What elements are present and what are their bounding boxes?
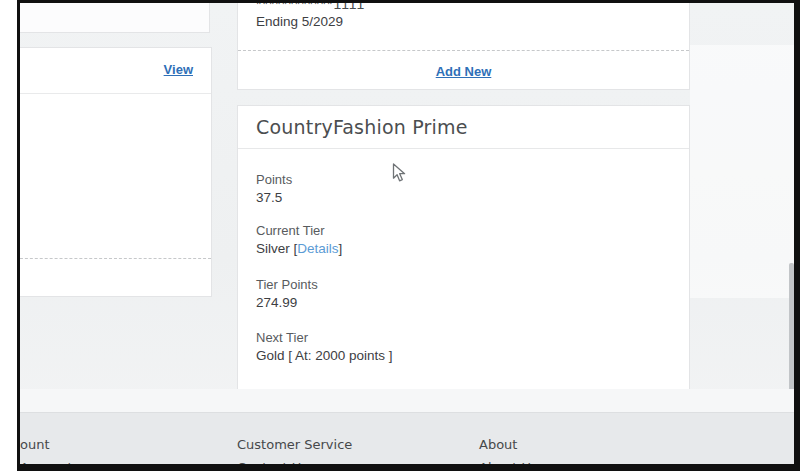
tier-points-value: 274.99 — [256, 294, 297, 311]
card-number-masked: ************1111 — [256, 3, 365, 13]
loyalty-card-header: CountryFashion Prime — [238, 106, 689, 149]
loyalty-card-title: CountryFashion Prime — [256, 116, 468, 138]
add-new-link[interactable]: Add New — [436, 64, 492, 79]
background-panel-right — [690, 45, 794, 298]
view-link[interactable]: View — [164, 62, 193, 77]
payment-card-dashed-divider — [238, 50, 689, 51]
current-tier-bracket: ] — [339, 241, 343, 256]
footer-heading-customer-service: Customer Service — [237, 437, 352, 452]
points-label: Points — [256, 172, 292, 188]
current-tier-name: Silver [ — [256, 241, 297, 256]
card-expiry-text: Ending 5/2029 — [256, 13, 343, 30]
left-summary-card: View — [20, 47, 212, 297]
footer: ount Customer Service About Account Cont… — [20, 412, 794, 464]
frame-border-left — [17, 0, 20, 465]
current-tier-label: Current Tier — [256, 223, 325, 239]
loyalty-card: CountryFashion Prime Points 37.5 Current… — [237, 105, 690, 392]
current-tier-value: Silver [Details] — [256, 240, 342, 257]
details-link[interactable]: Details — [297, 241, 338, 256]
frame-border-right — [794, 0, 800, 465]
payment-methods-card: ************1111 Ending 5/2029 Add New — [237, 3, 690, 90]
left-card-header-divider — [20, 93, 211, 94]
tier-points-label: Tier Points — [256, 277, 318, 293]
partial-card-top-left — [20, 3, 210, 33]
page-viewport: View ************1111 Ending 5/2029 Add … — [20, 3, 794, 464]
next-tier-value: Gold [ At: 2000 points ] — [256, 347, 393, 364]
pre-footer-strip — [20, 389, 794, 412]
footer-heading-about: About — [479, 437, 517, 452]
footer-heading-account: ount — [20, 437, 50, 452]
frame-border-top — [17, 0, 800, 3]
next-tier-label: Next Tier — [256, 330, 308, 346]
left-card-dashed-divider — [20, 258, 211, 259]
mouse-cursor — [392, 163, 407, 184]
frame-border-bottom — [17, 464, 800, 471]
points-value: 37.5 — [256, 189, 282, 206]
